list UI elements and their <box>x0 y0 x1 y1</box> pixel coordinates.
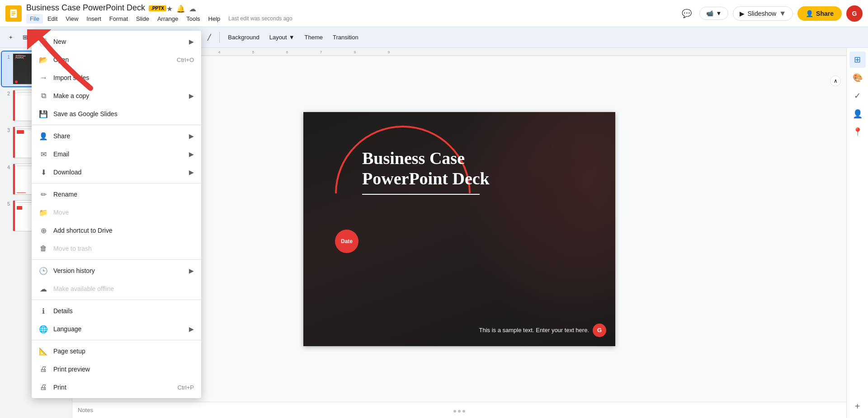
shortcut-icon: ⊕ <box>39 226 48 235</box>
menu-insert[interactable]: Insert <box>83 14 105 23</box>
right-sidebar-tasks-button[interactable]: ✓ <box>849 88 866 104</box>
details-icon: ℹ <box>39 306 48 315</box>
file-menu-pagesetup[interactable]: 📐 Page setup <box>32 342 201 360</box>
new-arrow-icon: ▶ <box>189 38 194 45</box>
menu-format[interactable]: Format <box>106 14 132 23</box>
toolbar-background-button[interactable]: Background <box>224 32 263 43</box>
file-menu-makecopy[interactable]: ⧉ Make a copy ▶ <box>32 87 201 105</box>
menu-help[interactable]: Help <box>205 14 224 23</box>
star-icon[interactable]: ★ <box>166 5 173 13</box>
svg-text:7: 7 <box>320 50 322 54</box>
file-menu-import[interactable]: → Import slides <box>32 69 201 87</box>
right-sidebar-explore-button[interactable]: ⊞ <box>849 52 866 68</box>
language-icon: 🌐 <box>39 324 48 333</box>
file-menu-share[interactable]: 👤 Share ▶ <box>32 127 201 145</box>
language-arrow-icon: ▶ <box>189 325 194 333</box>
menu-arrange[interactable]: Arrange <box>154 14 182 23</box>
menu-tools[interactable]: Tools <box>183 14 203 23</box>
doc-title: Business Case PowerPoint Deck <box>26 3 145 13</box>
file-menu-trash: 🗑 Move to trash <box>32 240 201 258</box>
comments-button[interactable]: 💬 <box>679 5 695 22</box>
slide-footer: This is a sample text. Enter your text h… <box>479 324 607 337</box>
slide-number-3: 3 <box>4 127 10 133</box>
file-menu-shortcut-label: Add shortcut to Drive <box>53 227 194 234</box>
transition-label: Transition <box>333 34 359 41</box>
file-menu-version-label: Version history <box>53 267 184 274</box>
download-icon: ⬇ <box>39 168 48 177</box>
download-arrow-icon: ▶ <box>189 169 194 176</box>
toolbar-layout-toggle[interactable]: ⊞ <box>19 32 31 43</box>
file-menu-download[interactable]: ⬇ Download ▶ <box>32 163 201 181</box>
slide-user-avatar: G <box>593 324 606 337</box>
file-menu-printpreview[interactable]: 🖨 Print preview <box>32 360 201 378</box>
file-menu-divider-5 <box>32 340 201 340</box>
slideshow-label: Slideshow <box>747 10 776 17</box>
file-menu-open[interactable]: 📂 Open Ctrl+O <box>32 51 201 69</box>
file-menu-print-shortcut: Ctrl+P <box>178 384 194 391</box>
toolbar-add-button[interactable]: + <box>5 32 16 43</box>
toolbar-line-button[interactable]: ╱ <box>204 32 215 43</box>
file-menu-saveas[interactable]: 💾 Save as Google Slides <box>32 105 201 123</box>
toolbar-theme-button[interactable]: Theme <box>301 32 326 43</box>
meet-button[interactable]: 📹 ▼ <box>699 7 729 20</box>
trash-icon: 🗑 <box>39 244 48 253</box>
slideshow-chevron-icon: ▼ <box>779 9 786 18</box>
file-menu-language[interactable]: 🌐 Language ▶ <box>32 320 201 338</box>
copy-arrow-icon: ▶ <box>189 92 194 99</box>
file-menu-shortcut[interactable]: ⊕ Add shortcut to Drive <box>32 221 201 240</box>
theme-label: Theme <box>305 34 323 41</box>
file-menu-print-label: Print <box>53 384 172 391</box>
menu-file[interactable]: File <box>26 14 43 23</box>
meet-chevron: ▼ <box>716 10 722 17</box>
background-label: Background <box>228 34 259 41</box>
right-sidebar-add-button[interactable]: + <box>849 398 866 414</box>
share-arrow-icon: ▶ <box>189 132 194 140</box>
right-sidebar-palette-button[interactable]: 🎨 <box>849 70 866 86</box>
copy-icon: ⧉ <box>39 91 48 100</box>
menu-view[interactable]: View <box>62 14 82 23</box>
file-menu-pagesetup-label: Page setup <box>53 348 194 355</box>
save-icon: 💾 <box>39 109 48 118</box>
file-menu-print[interactable]: 🖨 Print Ctrl+P <box>32 378 201 396</box>
version-icon: 🕒 <box>39 266 48 275</box>
toolbar-collapse-button[interactable]: ∧ <box>830 75 841 86</box>
slideshow-button[interactable]: ▶ Slideshow ▼ <box>733 6 793 21</box>
svg-text:6: 6 <box>286 50 288 54</box>
meet-icon: 📹 <box>706 10 713 17</box>
svg-rect-2 <box>11 13 15 14</box>
file-menu-new[interactable]: 📄 New ▶ <box>32 33 201 51</box>
slide-content: Business CasePowerPoint Deck <box>362 148 490 199</box>
toolbar-right: ∧ <box>852 32 863 43</box>
alert-icon[interactable]: 🔔 <box>176 5 185 13</box>
rename-icon: ✏ <box>39 190 48 199</box>
cloud-icon[interactable]: ☁ <box>189 5 196 13</box>
right-sidebar-contacts-button[interactable]: 👤 <box>849 106 866 122</box>
right-sidebar-maps-button[interactable]: 📍 <box>849 124 866 140</box>
share-button[interactable]: 👤 Share <box>797 6 842 21</box>
app-logo[interactable] <box>5 5 22 22</box>
user-avatar[interactable]: G <box>846 5 863 22</box>
file-menu-email[interactable]: ✉ Email ▶ <box>32 145 201 163</box>
file-menu-details-label: Details <box>53 307 194 315</box>
file-menu-move: 📁 Move <box>32 203 201 221</box>
toolbar-transition-button[interactable]: Transition <box>329 32 362 43</box>
version-arrow-icon: ▶ <box>189 267 194 274</box>
menu-slide[interactable]: Slide <box>132 14 153 23</box>
slide-canvas[interactable]: Business CasePowerPoint Deck Date 19 Jan… <box>303 112 615 346</box>
file-menu-version[interactable]: 🕒 Version history ▶ <box>32 262 201 280</box>
toolbar-layout-button[interactable]: Layout ▼ <box>266 32 298 43</box>
email-icon: ✉ <box>39 150 48 159</box>
slideshow-icon: ▶ <box>740 10 745 17</box>
file-menu-details[interactable]: ℹ Details <box>32 302 201 320</box>
file-menu-import-label: Import slides <box>53 74 194 81</box>
slide-title-divider <box>362 194 480 195</box>
menu-edit[interactable]: Edit <box>44 14 61 23</box>
doc-icons: ★ 🔔 ☁ <box>166 5 196 13</box>
file-menu-rename[interactable]: ✏ Rename <box>32 185 201 203</box>
file-menu-rename-label: Rename <box>53 191 194 198</box>
file-menu-offline-label: Make available offline <box>53 285 194 292</box>
import-icon: → <box>39 73 48 82</box>
file-menu-printpreview-label: Print preview <box>53 366 194 373</box>
file-menu-open-label: Open <box>53 56 171 63</box>
slide-number-1: 1 <box>4 53 10 60</box>
